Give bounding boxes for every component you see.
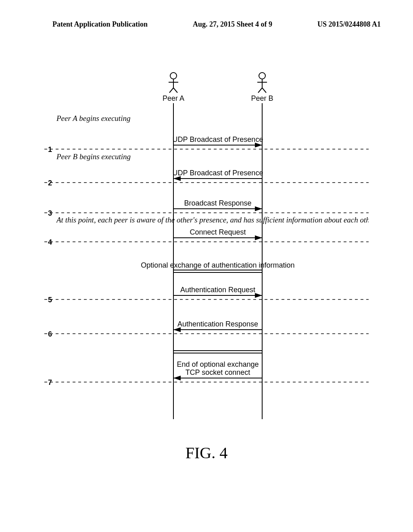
step-num-7: 7 [48, 378, 52, 387]
step-num-2: 2 [48, 179, 52, 187]
figure-caption: FIG. 4 [0, 443, 413, 462]
svg-line-4 [173, 88, 177, 93]
msg-end-optional: End of optional exchange [177, 360, 259, 368]
msg-udp-presence-a: UDP Broadcast of Presence [173, 135, 263, 143]
msg-auth-response: Authentication Response [177, 320, 258, 328]
actor-peer-a: Peer A [163, 73, 184, 102]
svg-line-3 [169, 88, 173, 93]
step-num-5: 5 [48, 296, 52, 304]
sequence-diagram: Peer A Peer B Peer A begins executing UD… [44, 69, 369, 439]
step-num-3: 3 [48, 209, 52, 217]
msg-connect-request: Connect Request [190, 228, 246, 236]
msg-optional-exchange: Optional exchange of authentication info… [141, 261, 294, 269]
svg-point-5 [259, 73, 265, 79]
note-peer-a-begins: Peer A begins executing [56, 114, 130, 123]
note-peers-aware: At this point, each peer is aware of the… [56, 216, 369, 224]
step-num-6: 6 [48, 330, 52, 338]
msg-udp-presence-b: UDP Broadcast of Presence [173, 169, 263, 177]
msg-auth-request: Authentication Request [180, 286, 255, 294]
msg-tcp-connect: TCP socket connect [186, 368, 250, 376]
step-num-4: 4 [48, 238, 52, 246]
note-peer-b-begins: Peer B begins executing [56, 152, 131, 161]
step-num-1: 1 [48, 145, 52, 154]
peer-a-label: Peer A [163, 94, 184, 102]
header-center: Aug. 27, 2015 Sheet 4 of 9 [193, 20, 272, 29]
header-right: US 2015/0244808 A1 [317, 20, 381, 29]
svg-line-9 [262, 88, 266, 93]
peer-b-label: Peer B [251, 94, 273, 102]
header-left: Patent Application Publication [52, 20, 148, 29]
msg-broadcast-response: Broadcast Response [184, 199, 251, 207]
svg-line-8 [258, 88, 262, 93]
actor-peer-b: Peer B [251, 73, 273, 102]
page-header: Patent Application Publication Aug. 27, … [0, 0, 413, 29]
svg-point-0 [170, 73, 177, 79]
